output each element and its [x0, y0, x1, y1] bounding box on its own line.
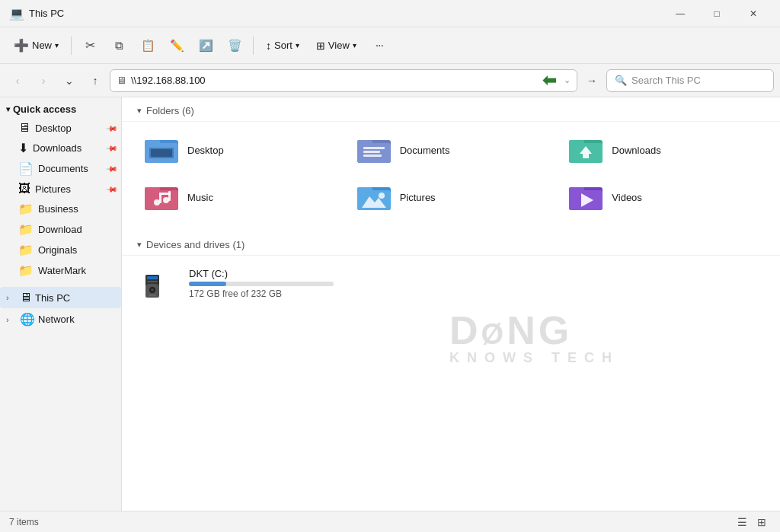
- sidebar-network[interactable]: › 🌐 Network: [0, 308, 121, 330]
- documents-folder-svg: [357, 135, 391, 164]
- sidebar-item-watermark[interactable]: 📁 WaterMark: [0, 260, 121, 281]
- sidebar-item-download[interactable]: 📁 Download: [0, 219, 121, 240]
- folders-chevron-icon: ▾: [137, 106, 142, 116]
- paste-button[interactable]: 📋: [134, 32, 161, 59]
- forward-button[interactable]: ›: [32, 69, 55, 92]
- drive-bar-fill: [189, 282, 226, 286]
- sidebar-watermark-label: WaterMark: [38, 265, 115, 276]
- sidebar-item-pictures[interactable]: 🖼 Pictures 📌: [0, 179, 121, 199]
- view-button[interactable]: ⊞ View ▾: [308, 32, 364, 59]
- svg-rect-34: [147, 276, 158, 279]
- rename-button[interactable]: ✏️: [163, 32, 190, 59]
- view-chevron-icon: ▾: [353, 41, 356, 49]
- refresh-button[interactable]: →: [580, 69, 603, 92]
- recent-icon: ⌄: [65, 75, 74, 87]
- sidebar-item-originals[interactable]: 📁 Originals: [0, 240, 121, 260]
- desktop-folder-label: Desktop: [187, 145, 224, 156]
- devices-grid: DKT (C:) 172 GB free of 232 GB: [122, 256, 780, 317]
- sort-button[interactable]: ↕ Sort ▾: [258, 32, 307, 59]
- pictures-icon: 🖼: [18, 182, 30, 196]
- folder-item-downloads[interactable]: Downloads: [558, 128, 768, 172]
- main-content: ▾ Quick access 🖥 Desktop 📌 ⬇ Downloads 📌…: [0, 97, 780, 511]
- sidebar-item-downloads[interactable]: ⬇ Downloads 📌: [0, 138, 121, 158]
- minimize-button[interactable]: —: [663, 2, 698, 25]
- delete-icon: 🗑️: [228, 39, 242, 53]
- documents-folder-label: Documents: [400, 145, 450, 156]
- title-bar-left: 💻 This PC: [9, 6, 64, 21]
- title-bar: 💻 This PC — □ ✕: [0, 0, 780, 27]
- new-label: New: [32, 40, 52, 51]
- maximize-button[interactable]: □: [699, 2, 734, 25]
- desktop-folder-icon-wrap: [143, 134, 180, 166]
- quick-access-label: Quick access: [13, 104, 76, 115]
- toolbar: ➕ New ▾ ✂ ⧉ 📋 ✏️ ↗️ 🗑️ ↕ Sort ▾ ⊞ View ▾…: [0, 27, 780, 64]
- close-button[interactable]: ✕: [736, 2, 771, 25]
- status-view-buttons: ☰ ⊞: [733, 514, 771, 530]
- svg-point-18: [154, 199, 160, 205]
- more-button[interactable]: ···: [366, 32, 393, 59]
- sidebar-pictures-label: Pictures: [35, 183, 115, 195]
- folder-item-documents[interactable]: Documents: [347, 128, 556, 172]
- sidebar-item-business[interactable]: 📁 Business: [0, 199, 121, 219]
- copy-button[interactable]: ⧉: [105, 32, 133, 59]
- folders-section-header[interactable]: ▾ Folders (6): [122, 97, 780, 122]
- sidebar-item-documents[interactable]: 📄 Documents 📌: [0, 158, 121, 179]
- copy-icon: ⧉: [115, 39, 123, 53]
- new-icon: ➕: [14, 38, 29, 53]
- folder-item-pictures[interactable]: Pictures: [347, 175, 556, 219]
- downloads-folder-svg: [569, 135, 603, 164]
- desktop-folder-svg: [145, 135, 178, 164]
- refresh-icon: →: [587, 75, 597, 87]
- list-view-button[interactable]: ☰: [733, 514, 751, 530]
- videos-folder-icon-wrap: [567, 181, 604, 213]
- svg-point-38: [151, 288, 154, 291]
- folder-item-desktop[interactable]: Desktop: [134, 128, 344, 172]
- toolbar-divider-2: [253, 37, 254, 55]
- desktop-icon: 🖥: [18, 121, 30, 135]
- svg-rect-22: [159, 193, 171, 195]
- new-chevron-icon: ▾: [55, 41, 59, 49]
- watermark: DØNG KNOWS TECH: [449, 311, 619, 366]
- folder-item-videos[interactable]: Videos: [558, 175, 768, 219]
- folder-grid: Desktop Documents: [122, 122, 780, 225]
- window-icon: 💻: [9, 6, 24, 21]
- address-icon: 🖥: [117, 75, 126, 86]
- drive-item-c[interactable]: DKT (C:) 172 GB free of 232 GB: [134, 262, 363, 311]
- grid-view-button[interactable]: ⊞: [753, 514, 771, 530]
- sort-icon: ↕: [266, 40, 271, 52]
- address-dropdown-icon[interactable]: ⌄: [564, 75, 571, 85]
- recent-button[interactable]: ⌄: [58, 69, 81, 92]
- originals-folder-icon: 📁: [18, 243, 34, 257]
- up-button[interactable]: ↑: [84, 69, 107, 92]
- cut-icon: ✂: [85, 38, 95, 53]
- forward-icon: ›: [42, 75, 46, 87]
- drive-space: 172 GB free of 232 GB: [189, 288, 353, 299]
- devices-section-header[interactable]: ▾ Devices and drives (1): [122, 231, 780, 256]
- status-items-count: 7 items: [9, 517, 39, 527]
- sidebar-desktop-label: Desktop: [35, 123, 115, 134]
- this-pc-icon: 🖥: [20, 291, 32, 304]
- videos-folder-label: Videos: [612, 192, 642, 203]
- cut-button[interactable]: ✂: [76, 32, 104, 59]
- svg-rect-35: [147, 281, 158, 282]
- sidebar-this-pc[interactable]: › 🖥 This PC: [0, 287, 121, 308]
- watermark-sub: KNOWS TECH: [449, 350, 619, 366]
- sidebar-item-desktop[interactable]: 🖥 Desktop 📌: [0, 118, 121, 138]
- quick-access-header[interactable]: ▾ Quick access: [0, 100, 121, 118]
- window-title: This PC: [29, 8, 64, 19]
- folder-item-music[interactable]: Music: [134, 175, 344, 219]
- delete-button[interactable]: 🗑️: [221, 32, 248, 59]
- drive-name: DKT (C:): [189, 268, 353, 279]
- share-button[interactable]: ↗️: [192, 32, 219, 59]
- network-expand-icon: ›: [6, 315, 17, 324]
- new-button[interactable]: ➕ New ▾: [6, 32, 66, 59]
- search-box[interactable]: 🔍 Search This PC: [606, 69, 774, 92]
- sidebar-documents-label: Documents: [38, 163, 115, 174]
- address-box[interactable]: 🖥 \\192.168.88.100 ⬅ ⌄: [110, 69, 577, 92]
- back-button[interactable]: ‹: [6, 69, 29, 92]
- music-folder-svg: [145, 183, 178, 212]
- status-bar: 7 items ☰ ⊞: [0, 511, 780, 532]
- paste-icon: 📋: [141, 39, 155, 53]
- folders-section-title: Folders (6): [146, 105, 194, 116]
- toolbar-divider-1: [71, 37, 72, 55]
